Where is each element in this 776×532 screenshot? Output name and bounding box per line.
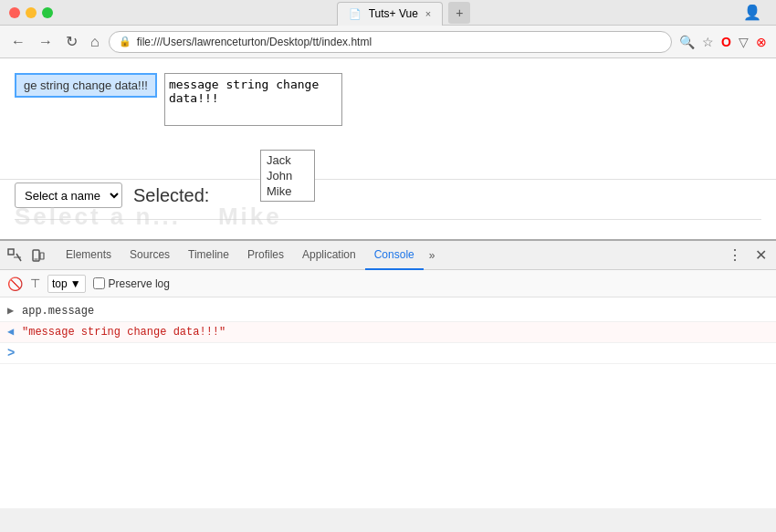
prompt-symbol: > xyxy=(7,345,15,361)
console-line-1-text: app.message xyxy=(22,303,94,319)
navigation-bar: ← → ↻ ⌂ 🔒 file:///Users/lawrenceturton/D… xyxy=(0,26,776,58)
preserve-log-text: Preserve log xyxy=(109,277,170,290)
profile-icon: 👤 xyxy=(743,5,761,20)
maximize-button[interactable] xyxy=(42,7,53,18)
refresh-button[interactable]: ↻ xyxy=(62,31,81,52)
lock-icon: 🔒 xyxy=(119,36,131,47)
filter-dropdown[interactable]: top ▼ xyxy=(47,275,86,293)
address-bar[interactable]: 🔒 file:///Users/lawrenceturton/Desktop/t… xyxy=(109,31,672,53)
console-line-2-text: "message string change data!!!" xyxy=(22,324,225,340)
filter-icon: ⊤ xyxy=(30,276,40,290)
opera-icon[interactable]: O xyxy=(719,33,733,51)
device-mode-button[interactable] xyxy=(27,245,49,266)
clear-console-button[interactable]: 🚫 xyxy=(7,276,23,291)
console-output: app.message "message string change data!… xyxy=(0,297,776,508)
tab-label: Tuts+ Vue xyxy=(369,7,418,20)
more-tabs-button[interactable]: » xyxy=(424,245,441,266)
console-line-2: "message string change data!!!" xyxy=(0,322,776,343)
tab-elements[interactable]: Elements xyxy=(57,241,121,270)
page-bottom-overflow: Select a n... Mike xyxy=(0,203,776,231)
tab-close-button[interactable]: × xyxy=(425,8,431,19)
message-input[interactable]: ge string change data!!! xyxy=(15,73,157,98)
minimize-button[interactable] xyxy=(26,7,37,18)
svg-rect-4 xyxy=(40,253,44,259)
block-icon[interactable]: ⊗ xyxy=(754,33,769,51)
preserve-log-checkbox[interactable] xyxy=(93,277,105,289)
inspect-element-button[interactable] xyxy=(4,245,26,266)
forward-button[interactable]: → xyxy=(35,32,57,52)
tab-icon: 📄 xyxy=(349,8,362,20)
back-button[interactable]: ← xyxy=(7,32,29,52)
star-icon[interactable]: ☆ xyxy=(700,33,716,51)
list-item-mike[interactable]: Mike xyxy=(263,183,312,199)
close-button[interactable] xyxy=(9,7,20,18)
list-item-john[interactable]: John xyxy=(263,168,312,183)
window-controls xyxy=(9,7,53,18)
name-list: Jack John Mike xyxy=(260,150,315,202)
console-input[interactable] xyxy=(18,345,769,358)
message-textarea[interactable]: message string change data!!! xyxy=(164,73,342,126)
console-line-1: app.message xyxy=(0,301,776,322)
tab-sources[interactable]: Sources xyxy=(121,241,179,270)
tab-timeline[interactable]: Timeline xyxy=(179,241,238,270)
tab-console[interactable]: Console xyxy=(365,241,424,270)
shield-icon[interactable]: ▽ xyxy=(737,33,750,51)
home-button[interactable]: ⌂ xyxy=(87,32,103,52)
dropdown-arrow-icon: ▼ xyxy=(70,277,81,290)
browser-tab[interactable]: 📄 Tuts+ Vue × xyxy=(337,2,444,26)
svg-rect-0 xyxy=(8,249,14,255)
console-toolbar: 🚫 ⊤ top ▼ Preserve log xyxy=(0,270,776,297)
devtools-panel: Elements Sources Timeline Profiles Appli… xyxy=(0,239,776,508)
devtools-close-button[interactable]: ✕ xyxy=(750,245,772,266)
list-item-jack[interactable]: Jack xyxy=(263,152,312,168)
tab-application[interactable]: Application xyxy=(293,241,365,270)
search-icon[interactable]: 🔍 xyxy=(677,33,697,51)
filter-value: top xyxy=(52,277,68,290)
preserve-log-label[interactable]: Preserve log xyxy=(93,277,170,290)
url-text: file:///Users/lawrenceturton/Desktop/tt/… xyxy=(137,36,662,48)
console-input-prompt[interactable]: > xyxy=(0,343,776,364)
nav-icons: 🔍 ☆ O ▽ ⊗ xyxy=(677,33,769,51)
devtools-actions xyxy=(4,245,49,266)
devtools-options-button[interactable]: ⋮ xyxy=(724,245,746,266)
devtools-tabbar: Elements Sources Timeline Profiles Appli… xyxy=(0,241,776,270)
tab-profiles[interactable]: Profiles xyxy=(238,241,293,270)
new-tab-button[interactable]: + xyxy=(448,2,470,24)
page-content: ge string change data!!! message string … xyxy=(0,58,776,239)
devtools-menu: ⋮ ✕ xyxy=(724,245,772,266)
title-bar: 📄 Tuts+ Vue × + 👤 xyxy=(0,0,776,26)
